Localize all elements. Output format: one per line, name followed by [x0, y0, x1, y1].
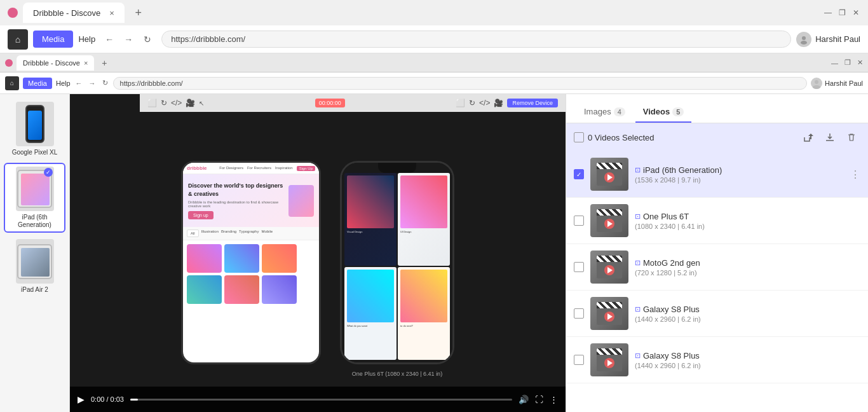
outer-home-icon[interactable]: ⌂	[8, 29, 28, 50]
outer-tab-close-btn[interactable]: ×	[109, 8, 114, 18]
device-icon-2: ⊡	[635, 212, 641, 221]
phone-device-frame: Visual Design UI Design	[340, 161, 454, 364]
device-top-toolbar: ⬜ ↻ </> 🎥 ↖ 00:00:00 ⬜ ↻ </> 🎥 Rem	[140, 94, 566, 112]
phone-frame: Visual Design UI Design	[340, 161, 454, 364]
item-checkbox-5[interactable]	[574, 355, 584, 365]
more-options-button[interactable]: ⋮	[550, 395, 558, 404]
item-checkbox-1[interactable]: ✓	[574, 169, 584, 179]
inner-url-bar[interactable]	[113, 77, 807, 90]
device-sidebar: Google Pixel XL ✓ iPad (6th Generation)	[0, 94, 70, 412]
tab-images-label: Images	[584, 107, 611, 116]
device-icon-1: ⊡	[635, 166, 641, 174]
close-btn[interactable]: ✕	[851, 8, 860, 17]
phone-thumb-4: to do next?	[398, 267, 450, 360]
back-btn[interactable]: ←	[100, 31, 118, 48]
play-button[interactable]: ▶	[78, 394, 85, 404]
item-checkbox-3[interactable]	[574, 262, 584, 272]
item-checkbox-2[interactable]	[574, 216, 584, 226]
gallery-item-1	[187, 244, 222, 273]
inner-browser: Dribbble - Discove × + — ❐ ✕ ⌂ Media Hel…	[0, 53, 868, 412]
download-icon[interactable]	[821, 128, 839, 146]
gallery-item-2	[224, 244, 259, 273]
inner-window-controls: — ❐ ✕	[831, 58, 863, 67]
time-display: 0:00 / 0:03	[91, 395, 124, 403]
inner-navbar: ⌂ Media Help ← → ↻ Harshit Paul	[0, 72, 868, 94]
share-icon[interactable]	[799, 128, 817, 146]
svg-point-2	[815, 80, 818, 84]
select-all-checkbox[interactable]	[574, 132, 584, 142]
toolbar-icon-video[interactable]: 🎥	[186, 99, 195, 107]
toolbar-icon-code-right[interactable]: </>	[479, 99, 490, 107]
toolbar-icon-rotate-right[interactable]: ↻	[469, 99, 475, 107]
volume-button[interactable]: 🔊	[519, 395, 529, 404]
fullscreen-button[interactable]: ⛶	[535, 395, 543, 404]
progress-bar[interactable]	[130, 399, 512, 401]
inner-home-icon[interactable]: ⌂	[5, 76, 19, 90]
inner-back-btn[interactable]: ←	[74, 78, 84, 88]
inner-help-btn[interactable]: Help	[56, 79, 71, 87]
inner-maximize-btn[interactable]: ❐	[844, 58, 851, 67]
toolbar-icon-monitor[interactable]: ⬜	[147, 99, 157, 107]
item-thumb-2	[590, 204, 628, 237]
tablet-signup-btn[interactable]: Sign up	[188, 211, 214, 219]
video-list-item-3[interactable]: ⊡ MotoG 2nd gen (720 x 1280 | 5.2 in)	[566, 244, 868, 291]
selected-count: 0 Videos Selected	[588, 133, 796, 142]
home-icon: ⌂	[15, 34, 20, 45]
tablet-screen: dribbble For Designers For Recruiters In…	[183, 163, 319, 362]
inner-minimize-btn[interactable]: —	[831, 59, 838, 67]
video-list-item-2[interactable]: ⊡ One Plus 6T (1080 x 2340 | 6.41 in)	[566, 198, 868, 244]
gallery-item-3	[262, 244, 297, 273]
url-bar[interactable]	[161, 31, 791, 48]
video-list-item-1[interactable]: ✓	[566, 151, 868, 198]
phone-thumb-1: Visual Design	[344, 173, 397, 266]
tab-videos[interactable]: Videos 5	[635, 102, 692, 123]
outer-tab[interactable]: Dribbble - Discove ×	[23, 3, 125, 23]
item-info-1: ⊡ iPad (6th Generation) (1536 x 2048 | 9…	[635, 165, 844, 184]
toolbar-icon-video-right[interactable]: 🎥	[494, 99, 503, 107]
tablet-gallery	[183, 240, 319, 308]
tablet-frame: dribbble For Designers For Recruiters In…	[181, 161, 321, 364]
device-item-pixel-xl[interactable]: Google Pixel XL	[4, 99, 65, 159]
inner-media-btn[interactable]: Media	[23, 78, 52, 89]
outer-navbar: ⌂ Media Help ← → ↻ Harshit Paul	[0, 25, 868, 53]
video-list-item-4[interactable]: ⊡ Galaxy S8 Plus (1440 x 2960 | 6.2 in)	[566, 291, 868, 337]
item-dims-5: (1440 x 2960 | 6.2 in)	[635, 362, 860, 369]
item-info-4: ⊡ Galaxy S8 Plus (1440 x 2960 | 6.2 in)	[635, 305, 860, 323]
tab-images[interactable]: Images 4	[576, 102, 633, 123]
toolbar-icon-code[interactable]: </>	[171, 99, 182, 107]
item-info-5: ⊡ Galaxy S8 Plus (1440 x 2960 | 6.2 in)	[635, 351, 860, 369]
delete-icon[interactable]	[843, 128, 860, 146]
inner-forward-btn[interactable]: →	[88, 78, 97, 88]
maximize-btn[interactable]: ❐	[837, 8, 846, 17]
outer-help-btn[interactable]: Help	[78, 34, 95, 44]
new-tab-btn[interactable]: +	[130, 4, 147, 22]
video-list-item-5[interactable]: ⊡ Galaxy S8 Plus (1440 x 2960 | 6.2 in)	[566, 337, 868, 383]
inner-close-btn[interactable]: ✕	[857, 58, 863, 67]
inner-tab-close[interactable]: ×	[84, 59, 88, 67]
device-name-ipad6: iPad (6th Generation)	[8, 214, 62, 229]
item-name-1: ⊡ iPad (6th Generation)	[635, 165, 844, 175]
item-checkbox-4[interactable]	[574, 308, 584, 319]
device-item-ipad-6[interactable]: ✓ iPad (6th Generation)	[4, 163, 65, 233]
toolbar-icon-monitor-right[interactable]: ⬜	[456, 99, 465, 107]
item-dims-1: (1536 x 2048 | 9.7 in)	[635, 176, 844, 184]
inner-refresh-btn[interactable]: ↻	[101, 78, 109, 88]
window-controls: — ❐ ✕	[824, 8, 860, 17]
refresh-btn[interactable]: ↻	[139, 31, 156, 48]
remove-device-btn[interactable]: Remove Device	[507, 99, 558, 107]
device-frames: dribbble For Designers For Recruiters In…	[70, 94, 566, 412]
inner-new-tab-btn[interactable]: +	[98, 57, 111, 69]
item-more-btn-1[interactable]: ⋮	[850, 168, 860, 181]
minimize-btn[interactable]: —	[824, 8, 832, 17]
outer-media-btn[interactable]: Media	[33, 31, 73, 48]
clapperboard-2	[597, 209, 622, 232]
toolbar-icon-rotate[interactable]: ↻	[161, 99, 167, 107]
inner-user: Harshit Paul	[811, 78, 863, 89]
forward-btn[interactable]: →	[119, 31, 137, 48]
svg-point-1	[801, 41, 807, 45]
device-item-ipad-air2[interactable]: iPad Air 2	[4, 237, 65, 296]
svg-point-3	[813, 85, 820, 89]
inner-tab[interactable]: Dribbble - Discove ×	[17, 55, 94, 71]
video-list: ✓	[566, 151, 868, 412]
tablet-nav: dribbble For Designers For Recruiters In…	[183, 163, 319, 174]
